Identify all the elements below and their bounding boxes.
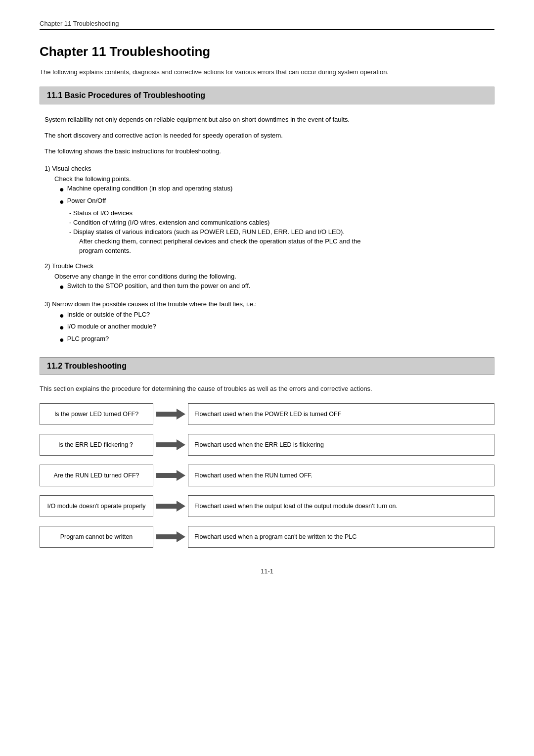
bullet-dot-5: ● [59,323,64,333]
flowchart-left-box: I/O module doesn't operate properly [40,495,153,517]
flowchart-row: Are the RUN LED turned OFF? Flowchart us… [40,465,494,486]
item3-label: 3) Narrow down the possible causes of th… [44,300,490,308]
svg-marker-2 [156,470,185,481]
section1-title: 11.1 Basic Procedures of Troubleshooting [47,91,205,99]
item1-bullet2: ● Power On/Off [59,197,490,207]
sub-bullet3b: After checking them, connect peripheral … [79,237,490,245]
flowchart-row: I/O module doesn't operate properly Flow… [40,495,494,517]
flowchart-row: Program cannot be written Flowchart used… [40,526,494,548]
svg-marker-1 [156,439,185,450]
sub-bullet2: - Condition of wiring (I/O wires, extens… [69,219,490,226]
flowchart-arrow-icon [153,499,188,514]
flowchart-left-box: Program cannot be written [40,526,153,548]
item3-bullet1: ● Inside or outside of the PLC? [59,311,490,321]
page-footer: 11-1 [40,567,494,575]
flowchart-row: Is the ERR LED flickering？ Flowchart use… [40,434,494,456]
bullet-dot-3: ● [59,282,64,292]
item3-bullet3: ● PLC program? [59,335,490,345]
flowchart-left-box: Are the RUN LED turned OFF? [40,465,153,486]
item2-sub1: Observe any change in the error conditio… [54,273,490,280]
item2-bullet1: ● Switch to the STOP position, and then … [59,282,490,292]
section1-para1: System reliability not only depends on r… [44,114,490,125]
flowchart-arrow-icon [153,437,188,452]
bullet-dot-2: ● [59,197,64,207]
flowchart-left-box: Is the power LED turned OFF? [40,403,153,425]
svg-marker-4 [156,531,185,542]
flowchart-arrow-icon [153,529,188,544]
bullet-dot-4: ● [59,311,64,321]
chapter-title: Chapter 11 Troubleshooting [40,44,494,59]
sub-bullet1: - Status of I/O devices [69,209,490,217]
item2-label: 2) Trouble Check [44,262,490,270]
flowchart-right-box: Flowchart used when the POWER LED is tur… [188,403,494,425]
breadcrumb-text: Chapter 11 Troubleshooting [40,20,119,27]
svg-marker-0 [156,409,185,420]
flowchart-left-box: Is the ERR LED flickering？ [40,434,153,456]
sub-bullet3c: program contents. [79,247,490,254]
item1-label: 1) Visual checks [44,165,490,172]
section2-title: 11.2 Troubleshooting [47,362,127,370]
item3-bullet2: ● I/O module or another module? [59,323,490,333]
bullet-dot-1: ● [59,185,64,195]
section1-para3: The following shows the basic instructio… [44,146,490,157]
section1-para2: The short discovery and corrective actio… [44,130,490,141]
section1-header: 11.1 Basic Procedures of Troubleshooting [40,87,494,104]
page-number: 11-1 [261,567,273,575]
flowchart-arrow-icon [153,407,188,422]
section2-intro: This section explains the procedure for … [40,385,494,392]
flowchart-section: Is the power LED turned OFF? Flowchart u… [40,403,494,548]
chapter-intro: The following explains contents, diagnos… [40,68,494,76]
item1-bullet1: ● Machine operating condition (in stop a… [59,185,490,195]
flowchart-right-box: Flowchart used when the RUN turned OFF. [188,465,494,486]
breadcrumb: Chapter 11 Troubleshooting [40,20,494,30]
flowchart-right-box: Flowchart used when the ERR LED is flick… [188,434,494,456]
flowchart-right-box: Flowchart used when the output load of t… [188,495,494,517]
bullet-dot-6: ● [59,335,64,345]
flowchart-arrow-icon [153,468,188,483]
page: Chapter 11 Troubleshooting Chapter 11 Tr… [0,0,534,756]
item1-sub1: Check the following points. [54,175,490,183]
sub-bullet3: - Display states of various indicators (… [69,228,490,236]
flowchart-row: Is the power LED turned OFF? Flowchart u… [40,403,494,425]
svg-marker-3 [156,501,185,512]
section2-header: 11.2 Troubleshooting [40,357,494,375]
flowchart-right-box: Flowchart used when a program can't be w… [188,526,494,548]
section1-body: System reliability not only depends on r… [40,114,494,345]
